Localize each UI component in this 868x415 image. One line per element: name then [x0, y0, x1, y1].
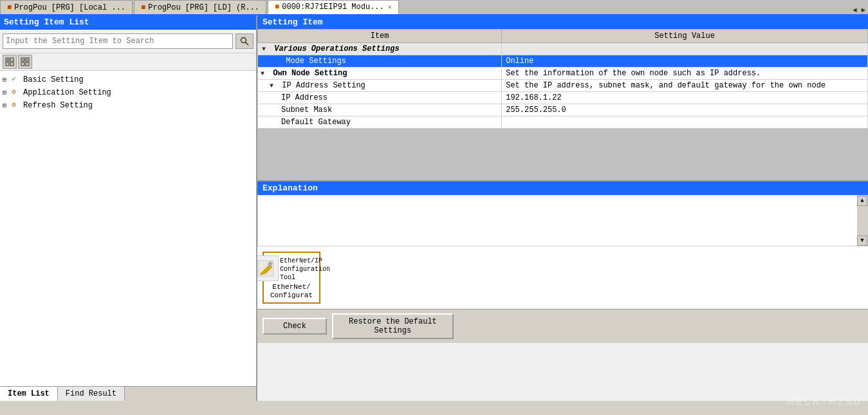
row-item-cell: ▼ Own Node Setting — [258, 68, 502, 80]
bottom-tabs: Item List Find Result — [0, 386, 256, 401]
tree-label-refresh: Refresh Setting — [23, 101, 93, 110]
row-item-cell: ▼ Various Operations Settings — [258, 43, 502, 55]
collapse-icon: ▼ — [270, 82, 277, 89]
row-value-cell — [502, 43, 868, 55]
pencil-icon — [257, 258, 276, 279]
table-row[interactable]: ▼ IP Address Setting Set the IP address,… — [258, 80, 868, 92]
table-row[interactable]: Subnet Mask 255.255.255.0 — [258, 104, 868, 116]
toolbar-row — [0, 53, 256, 71]
main-layout: Setting Item List — [0, 15, 868, 401]
search-button[interactable] — [235, 33, 254, 49]
tool-ethernet-config[interactable]: EtherNet/IPConfigurationTool EtherNet/Co… — [263, 252, 320, 304]
left-panel: Setting Item List — [0, 15, 257, 401]
expand-all-button[interactable] — [3, 55, 17, 69]
row-value-cell: Set the information of the own node such… — [502, 68, 868, 80]
row-item-cell: Subnet Mask — [258, 104, 502, 116]
gear-icon-refresh: ⚙ — [12, 100, 22, 111]
svg-rect-13 — [26, 62, 29, 66]
tree-area: ⊞ ✓ Basic Setting ⊞ ⚙ Application Settin… — [0, 71, 256, 386]
expand-all-icon — [5, 57, 14, 66]
tab-progpou-local[interactable]: ■ ProgPou [PRG] [Local ... — [0, 0, 133, 14]
expand-icon-refresh: ⊞ — [3, 102, 12, 109]
svg-rect-7 — [10, 62, 14, 66]
svg-rect-5 — [10, 58, 14, 61]
tree-item-refresh-setting[interactable]: ⊞ ⚙ Refresh Setting — [0, 99, 256, 112]
tool-label-side: EtherNet/IPConfigurationTool — [280, 255, 330, 282]
nav-arrows[interactable]: ◄ ► — [853, 6, 868, 14]
bottom-buttons: Check Restore the DefaultSettings — [257, 309, 868, 343]
row-value-cell: Set the IP address, subnet mask, and def… — [502, 80, 868, 92]
check-button[interactable]: Check — [263, 318, 327, 335]
svg-rect-6 — [6, 62, 9, 66]
row-value-cell — [502, 116, 868, 129]
table-row[interactable]: Default Gateway — [258, 116, 868, 129]
col-header-item: Item — [258, 30, 502, 43]
explanation-header: Explanation — [257, 181, 868, 195]
tree-label-basic: Basic Setting — [23, 75, 84, 84]
table-row[interactable]: IP Address 192.168.1.22 — [258, 92, 868, 104]
search-input[interactable] — [3, 33, 233, 49]
expand-icon-app: ⊞ — [3, 89, 12, 97]
collapse-all-icon — [21, 57, 30, 66]
right-panel: Setting Item Item Setting Value ▼ Variou… — [257, 15, 868, 401]
left-panel-header: Setting Item List — [0, 15, 256, 30]
svg-line-1 — [246, 42, 249, 46]
table-row[interactable]: ▼ Various Operations Settings — [258, 43, 868, 55]
close-icon[interactable]: ✕ — [388, 3, 392, 11]
col-header-value: Setting Value — [502, 30, 868, 43]
table-row[interactable]: ▼ Own Node Setting Set the information o… — [258, 68, 868, 80]
row-value-cell: 192.168.1.22 — [502, 92, 868, 104]
tool-label: EtherNet/Configurat — [270, 283, 313, 300]
tab-rj71eip91[interactable]: ■ 0000:RJ71EIP91 Modu... ✕ — [268, 0, 399, 14]
scroll-up-button[interactable]: ▲ — [857, 196, 867, 206]
search-icon — [240, 37, 249, 46]
setting-table: Item Setting Value ▼ Various Operations … — [257, 29, 868, 129]
search-row — [0, 30, 256, 53]
explanation-area[interactable]: ▲ ▼ — [257, 195, 868, 246]
tab-label-2: ProgPou [PRG] [LD] (R... — [148, 3, 259, 12]
right-panel-header: Setting Item — [257, 15, 868, 29]
collapse-icon: ▼ — [261, 70, 268, 77]
tab-label-1: ProgPou [PRG] [Local ... — [14, 3, 125, 12]
gear-icon-app: ⚙ — [12, 88, 22, 98]
svg-rect-12 — [21, 62, 24, 66]
tools-area: EtherNet/IPConfigurationTool EtherNet/Co… — [257, 246, 868, 309]
restore-defaults-button[interactable]: Restore the DefaultSettings — [332, 313, 454, 339]
row-item-cell: Default Gateway — [258, 116, 502, 129]
scrollbar: ▲ ▼ — [857, 196, 867, 246]
row-item-cell: IP Address — [258, 92, 502, 104]
row-value-cell: Online — [502, 55, 868, 68]
row-item-cell: ▼ IP Address Setting — [258, 80, 502, 92]
tab-item-list[interactable]: Item List — [0, 387, 58, 401]
tab-label-3: 0000:RJ71EIP91 Modu... — [282, 3, 383, 12]
tab-progpou-ld[interactable]: ■ ProgPou [PRG] [LD] (R... — [134, 0, 266, 14]
tab-icon-3: ■ — [275, 3, 279, 12]
row-value-cell: 255.255.255.0 — [502, 104, 868, 116]
expand-icon-basic: ⊞ — [3, 76, 12, 84]
tab-find-result[interactable]: Find Result — [58, 387, 125, 401]
tool-item-inner: EtherNet/IPConfigurationTool — [257, 255, 330, 282]
tree-label-app: Application Setting — [23, 88, 111, 97]
collapse-all-button[interactable] — [18, 55, 32, 69]
row-item-cell: Mode Settings — [258, 55, 502, 68]
tool-icon-box — [257, 255, 279, 281]
tree-item-basic-setting[interactable]: ⊞ ✓ Basic Setting — [0, 73, 256, 86]
tab-icon-1: ■ — [7, 3, 12, 12]
setting-table-area: Item Setting Value ▼ Various Operations … — [257, 29, 868, 181]
check-icon-basic: ✓ — [12, 75, 22, 85]
tab-icon-2: ■ — [141, 3, 145, 12]
table-row[interactable]: Mode Settings Online — [258, 55, 868, 68]
tab-bar: ■ ProgPou [PRG] [Local ... ■ ProgPou [PR… — [0, 0, 868, 15]
tree-item-application-setting[interactable]: ⊞ ⚙ Application Setting — [0, 86, 256, 99]
explanation-text — [258, 196, 867, 201]
svg-point-0 — [241, 38, 246, 43]
watermark: MECH·MIND — [788, 396, 862, 409]
scroll-down-button[interactable]: ▼ — [857, 235, 867, 246]
gray-area — [257, 129, 868, 180]
collapse-icon: ▼ — [262, 46, 270, 53]
